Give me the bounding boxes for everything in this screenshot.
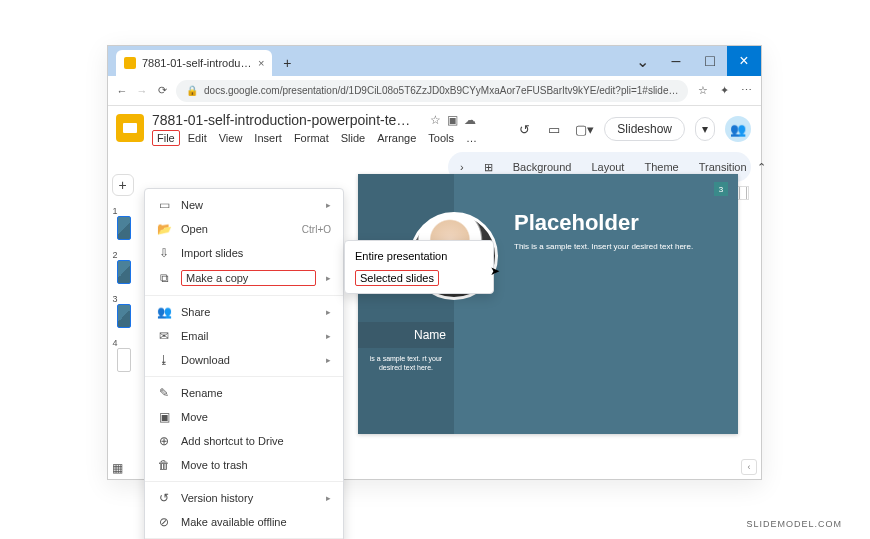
thumb-1[interactable]: 1	[113, 206, 133, 240]
thumb-4[interactable]: 4	[113, 338, 133, 372]
slide-number: 3	[714, 182, 728, 196]
add-slide-button[interactable]: +	[112, 174, 134, 196]
lock-icon: 🔒	[186, 85, 198, 96]
new-icon: ▭	[157, 198, 171, 212]
copy-icon: ⧉	[157, 271, 171, 285]
menu-arrange[interactable]: Arrange	[373, 130, 420, 146]
download-icon: ⭳	[157, 353, 171, 367]
menu-open[interactable]: 📂OpenCtrl+O	[145, 217, 343, 241]
slide[interactable]: Name is a sample text. rt your desired t…	[358, 174, 738, 434]
slide-title: Placeholder	[514, 210, 722, 236]
header-actions: ↺ ▭ ▢▾ Slideshow ▾ 👥	[514, 116, 751, 142]
menu-bar: File Edit View Insert Format Slide Arran…	[152, 130, 506, 146]
thumb-img	[117, 348, 131, 372]
new-tab-button[interactable]: +	[276, 52, 298, 74]
extensions-icon[interactable]: ✦	[718, 82, 732, 100]
menu-file[interactable]: File	[152, 130, 180, 146]
menu-share[interactable]: 👥Share▸	[145, 300, 343, 324]
slideshow-label: Slideshow	[617, 122, 672, 136]
email-icon: ✉	[157, 329, 171, 343]
trash-icon: 🗑	[157, 458, 171, 472]
menu-divider	[145, 481, 343, 482]
menu-move[interactable]: ▣Move	[145, 405, 343, 429]
maximize-icon[interactable]: □	[693, 46, 727, 76]
thumb-img	[117, 304, 131, 328]
menu-insert[interactable]: Insert	[250, 130, 286, 146]
thumb-2[interactable]: 2	[113, 250, 133, 284]
slide-right-panel: 3 Placeholder This is a sample text. Ins…	[454, 174, 738, 434]
star-doc-icon[interactable]: ☆	[430, 113, 441, 127]
tab-close-icon[interactable]: ×	[258, 57, 264, 69]
history-icon[interactable]: ↺	[514, 119, 534, 139]
browser-menu-icon[interactable]: ⋯	[740, 82, 754, 100]
tab-title: 7881-01-self-introduction-powe	[142, 57, 252, 69]
menu-offline[interactable]: ⊘Make available offline	[145, 510, 343, 534]
menu-tools[interactable]: Tools	[424, 130, 458, 146]
url-text: docs.google.com/presentation/d/1D9CiL08o…	[204, 85, 678, 96]
thumb-3[interactable]: 3	[113, 294, 133, 328]
titlebar: 7881-01-self-introduction-powe × + ⌄ – □…	[108, 46, 761, 76]
cursor-icon: ➤	[490, 264, 500, 278]
menu-rename[interactable]: ✎Rename	[145, 381, 343, 405]
submenu-entire[interactable]: Entire presentation	[345, 245, 493, 267]
watermark: SLIDEMODEL.COM	[746, 519, 842, 529]
submenu-selected[interactable]: Selected slides	[345, 267, 493, 289]
menu-email[interactable]: ✉Email▸	[145, 324, 343, 348]
comments-icon[interactable]: ▭	[544, 119, 564, 139]
slideshow-caret[interactable]: ▾	[695, 117, 715, 141]
slideshow-button[interactable]: Slideshow	[604, 117, 685, 141]
menu-make-copy[interactable]: ⧉Make a copy▸	[145, 265, 343, 291]
slide-subtitle: This is a sample text. Insert your desir…	[514, 242, 722, 251]
back-icon[interactable]: ←	[116, 83, 128, 99]
slides-favicon-icon	[124, 57, 136, 69]
thumb-img	[117, 216, 131, 240]
browser-window: 7881-01-self-introduction-powe × + ⌄ – □…	[107, 45, 762, 480]
menu-divider	[145, 295, 343, 296]
menu-edit[interactable]: Edit	[184, 130, 211, 146]
share-button[interactable]: 👥	[725, 116, 751, 142]
import-icon: ⇩	[157, 246, 171, 260]
thumb-img	[117, 260, 131, 284]
menu-divider	[145, 376, 343, 377]
explore-icon[interactable]: ‹	[741, 459, 757, 475]
window-controls: ⌄ – □ ×	[625, 46, 761, 76]
history-icon: ↺	[157, 491, 171, 505]
shortcut-icon: ⊕	[157, 434, 171, 448]
browser-tab[interactable]: 7881-01-self-introduction-powe ×	[116, 50, 272, 76]
star-icon[interactable]: ☆	[696, 82, 710, 100]
slides-logo-icon[interactable]	[116, 114, 144, 142]
menu-new[interactable]: ▭New▸	[145, 193, 343, 217]
menu-version-history[interactable]: ↺Version history▸	[145, 486, 343, 510]
move-doc-icon[interactable]: ▣	[447, 113, 458, 127]
slide-desc: is a sample text. rt your desired text h…	[362, 354, 450, 372]
forward-icon[interactable]: →	[136, 83, 148, 99]
menu-download[interactable]: ⭳Download▸	[145, 348, 343, 372]
minimize-icon[interactable]: –	[659, 46, 693, 76]
meet-icon[interactable]: ▢▾	[574, 119, 594, 139]
menu-format[interactable]: Format	[290, 130, 333, 146]
menu-import[interactable]: ⇩Import slides	[145, 241, 343, 265]
reload-icon[interactable]: ⟳	[156, 83, 168, 99]
slide-left-panel: Name is a sample text. rt your desired t…	[358, 174, 454, 434]
close-window-icon[interactable]: ×	[727, 46, 761, 76]
address-bar[interactable]: 🔒 docs.google.com/presentation/d/1D9CiL0…	[176, 80, 688, 102]
menu-trash[interactable]: 🗑Move to trash	[145, 453, 343, 477]
cloud-status-icon[interactable]: ☁	[464, 113, 476, 127]
document-title[interactable]: 7881-01-self-introduction-powerpoint-tem…	[152, 112, 422, 128]
slides-body: + 1 2 3 4 Name is a sample text. rt your…	[108, 170, 761, 479]
file-menu: ▭New▸ 📂OpenCtrl+O ⇩Import slides ⧉Make a…	[144, 188, 344, 539]
url-bar: ← → ⟳ 🔒 docs.google.com/presentation/d/1…	[108, 76, 761, 106]
slides-header: 7881-01-self-introduction-powerpoint-tem…	[108, 106, 761, 146]
menu-more[interactable]: …	[462, 130, 481, 146]
window-dropdown-icon[interactable]: ⌄	[625, 46, 659, 76]
thumbnail-panel: + 1 2 3 4	[108, 170, 138, 479]
menu-view[interactable]: View	[215, 130, 247, 146]
move-icon: ▣	[157, 410, 171, 424]
menu-slide[interactable]: Slide	[337, 130, 369, 146]
folder-icon: 📂	[157, 222, 171, 236]
offline-icon: ⊘	[157, 515, 171, 529]
name-label: Name	[358, 322, 454, 348]
copy-submenu: Entire presentation Selected slides	[344, 240, 494, 294]
menu-shortcut[interactable]: ⊕Add shortcut to Drive	[145, 429, 343, 453]
share-icon: 👥	[157, 305, 171, 319]
